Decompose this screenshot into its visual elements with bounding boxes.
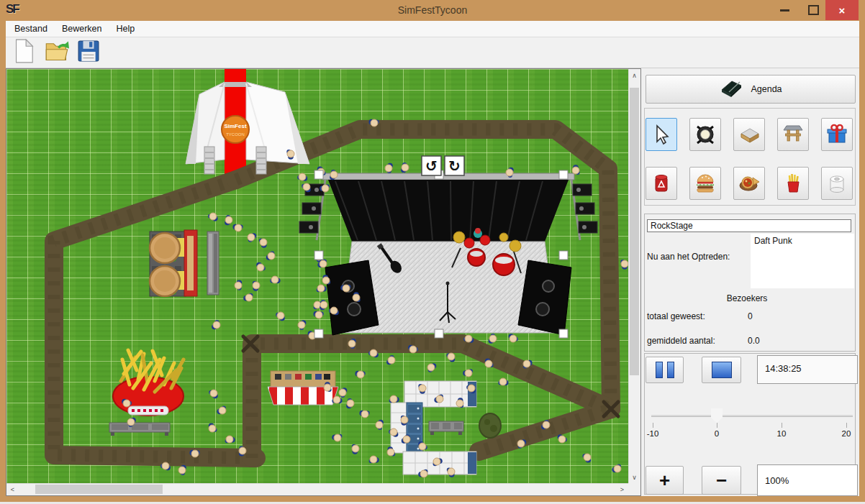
pizza-stand-tool-button[interactable] [733, 167, 765, 200]
minimize-button[interactable] [771, 0, 797, 20]
menu-help[interactable]: Help [109, 24, 142, 34]
stage-light-tool-button[interactable] [689, 118, 721, 151]
bench-h[interactable] [109, 423, 170, 436]
scroll-right-icon[interactable]: > [616, 483, 628, 495]
visitor[interactable] [418, 441, 427, 450]
fries-stand-tool-button[interactable] [777, 167, 809, 200]
visitor[interactable] [212, 320, 220, 329]
visitor[interactable] [276, 312, 285, 321]
visitor[interactable] [376, 420, 384, 430]
visitor[interactable] [346, 398, 354, 408]
bench-h[interactable] [429, 421, 463, 435]
visitor[interactable] [235, 280, 242, 290]
selection-handle[interactable] [314, 329, 323, 338]
visitor[interactable] [359, 411, 369, 418]
new-file-icon[interactable] [14, 39, 36, 66]
selection-handle[interactable] [559, 329, 568, 338]
visitor[interactable] [297, 173, 307, 181]
visitor[interactable] [369, 456, 379, 463]
visitor[interactable] [225, 436, 235, 443]
zoom-out-button[interactable]: − [702, 466, 741, 495]
visitor[interactable] [208, 213, 218, 221]
visitor[interactable] [386, 355, 395, 365]
festival-map-canvas[interactable]: SimFestTYCOON↺↻ [6, 69, 628, 483]
stage-name-input[interactable] [647, 219, 851, 232]
visitor[interactable] [509, 334, 518, 342]
selection-handle[interactable] [559, 170, 568, 179]
visitor[interactable] [266, 251, 275, 260]
visitor[interactable] [582, 454, 591, 463]
visitor[interactable] [225, 215, 232, 225]
selection-handle[interactable] [435, 329, 443, 338]
pause-button[interactable] [646, 357, 684, 383]
speed-slider-track[interactable] [651, 415, 853, 417]
visitor[interactable] [339, 388, 347, 398]
visitor[interactable] [389, 395, 399, 403]
menu-bewerken[interactable]: Bewerken [55, 24, 109, 34]
visitor[interactable] [313, 311, 323, 319]
visitor[interactable] [320, 300, 327, 310]
visitor[interactable] [209, 423, 217, 432]
visitor[interactable] [256, 262, 266, 271]
toilet-tool-button[interactable] [821, 167, 853, 200]
visitor[interactable] [248, 233, 256, 242]
path-tool-button[interactable] [733, 118, 765, 151]
visitor[interactable] [427, 363, 436, 372]
selection-handle[interactable] [314, 170, 323, 179]
scroll-up-icon[interactable]: ∧ [628, 69, 640, 81]
visitor[interactable] [259, 239, 267, 248]
visitor[interactable] [270, 276, 280, 283]
visitor[interactable] [232, 224, 243, 232]
visitor[interactable] [517, 439, 526, 449]
rotate-ccw-button[interactable]: ↺ [422, 156, 441, 175]
save-file-icon[interactable] [78, 40, 99, 65]
visitor[interactable] [489, 334, 497, 344]
visitor[interactable] [352, 444, 359, 454]
visitor[interactable] [389, 429, 398, 437]
scroll-left-icon[interactable]: < [6, 483, 19, 495]
stage-structure-tool-button[interactable] [777, 118, 809, 151]
close-button[interactable]: × [825, 0, 859, 20]
selection-handle[interactable] [559, 251, 568, 260]
stop-button[interactable] [702, 357, 741, 383]
bush[interactable] [479, 413, 501, 438]
visitor[interactable] [332, 434, 342, 441]
burger-stand-tool-button[interactable] [689, 167, 721, 200]
scroll-down-icon[interactable]: ∨ [628, 471, 640, 483]
entrance-tent[interactable]: SimFestTYCOON [186, 82, 309, 174]
open-file-icon[interactable] [45, 39, 69, 66]
bench-v[interactable] [207, 232, 219, 295]
visitor[interactable] [572, 165, 580, 175]
burger-stand[interactable] [150, 230, 197, 296]
visitor[interactable] [620, 260, 628, 270]
maximize-button[interactable] [800, 0, 826, 20]
visitor[interactable] [209, 390, 218, 398]
vertical-scroll-thumb[interactable] [630, 88, 639, 375]
visitor[interactable] [558, 434, 567, 443]
visitor[interactable] [463, 369, 473, 377]
menu-bestand[interactable]: Bestand [6, 24, 55, 34]
visitor[interactable] [317, 285, 327, 292]
visitor[interactable] [401, 162, 409, 173]
visitor[interactable] [446, 353, 455, 362]
rotate-cw-button[interactable]: ↻ [445, 156, 464, 175]
select-tool-button[interactable] [646, 118, 677, 151]
visitor[interactable] [217, 406, 226, 414]
main-stage[interactable] [299, 173, 597, 335]
horizontal-scroll-thumb[interactable] [35, 485, 163, 494]
visitor[interactable] [178, 465, 186, 475]
gift-shop-tool-button[interactable] [821, 118, 853, 151]
visitor[interactable] [298, 320, 306, 330]
visitor[interactable] [447, 468, 455, 477]
agenda-button[interactable]: Agenda [646, 75, 856, 104]
trash-bin-tool-button[interactable] [646, 167, 677, 200]
visitor[interactable] [385, 163, 393, 173]
visitor[interactable] [243, 293, 253, 301]
selection-handle[interactable] [314, 251, 323, 260]
visitor[interactable] [253, 281, 260, 291]
visitor[interactable] [302, 183, 311, 192]
zoom-in-button[interactable]: + [646, 466, 684, 495]
visitor[interactable] [355, 371, 365, 378]
visitor[interactable] [498, 378, 508, 385]
visitor[interactable] [612, 464, 621, 472]
